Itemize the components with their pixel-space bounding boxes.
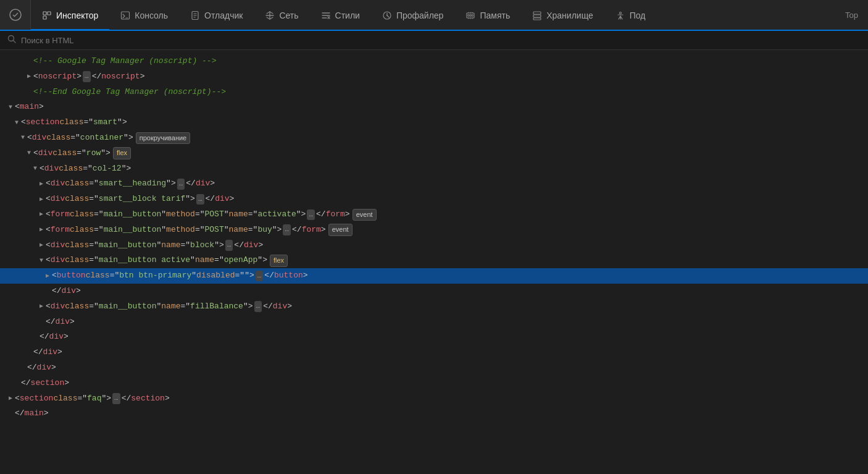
svg-point-7 bbox=[386, 15, 388, 16]
svg-rect-2 bbox=[43, 16, 46, 19]
devtools-toolbar: Инспектор Консоль Отладчик Сеть bbox=[0, 0, 868, 31]
svg-rect-13 bbox=[533, 15, 541, 17]
tab-storage[interactable]: Хранилище bbox=[521, 1, 604, 31]
tree-line[interactable]: <!--End Google Tag Manager (noscript)--> bbox=[0, 85, 868, 100]
tree-line[interactable]: </main> bbox=[0, 406, 868, 421]
tab-network-label: Сеть bbox=[279, 11, 298, 20]
tab-console-label: Консоль bbox=[135, 11, 168, 20]
tab-styles[interactable]: Стили bbox=[310, 1, 371, 31]
triangle-icon[interactable] bbox=[37, 302, 46, 311]
tree-line[interactable]: <div class="smart__heading" > … </div> bbox=[0, 176, 868, 192]
triangle-icon[interactable] bbox=[37, 209, 46, 219]
search-input[interactable] bbox=[21, 36, 206, 45]
tab-profiler[interactable]: Профайлер bbox=[371, 1, 455, 31]
tree-line[interactable]: </div> bbox=[0, 315, 868, 330]
tree-line[interactable]: </section> bbox=[0, 376, 868, 391]
debugger-icon bbox=[190, 11, 200, 20]
tree-line[interactable]: </div> bbox=[0, 360, 868, 376]
tab-storage-label: Хранилище bbox=[546, 11, 593, 20]
triangle-icon[interactable] bbox=[37, 256, 46, 266]
svg-point-15 bbox=[619, 12, 621, 14]
tab-accessibility-label: Под bbox=[630, 11, 646, 20]
triangle-icon[interactable] bbox=[43, 271, 52, 281]
triangle-icon[interactable] bbox=[19, 133, 27, 143]
console-icon bbox=[120, 11, 130, 20]
profiler-icon bbox=[382, 11, 392, 20]
triangle-icon[interactable] bbox=[6, 103, 15, 112]
tree-line[interactable]: <div class="main__button" name="block" >… bbox=[0, 238, 868, 253]
triangle-icon[interactable] bbox=[37, 195, 46, 205]
tree-line[interactable]: </div> bbox=[0, 329, 868, 345]
scroll-badge: прокручивание bbox=[136, 132, 191, 145]
event-badge: event bbox=[353, 209, 377, 221]
tree-line[interactable]: </div> bbox=[0, 284, 868, 299]
svg-rect-14 bbox=[533, 18, 541, 20]
svg-rect-11 bbox=[472, 14, 473, 16]
tree-line[interactable]: <div class="row" > flex bbox=[0, 146, 868, 161]
html-tree: <!-- Google Tag Manager (noscript) --> <… bbox=[0, 50, 868, 471]
tab-memory[interactable]: Память bbox=[454, 1, 521, 31]
tree-line[interactable]: <div class="smart__block tarif" > … </di… bbox=[0, 192, 868, 207]
svg-rect-10 bbox=[470, 14, 471, 16]
styles-icon bbox=[321, 11, 331, 20]
tab-network[interactable]: Сеть bbox=[254, 1, 309, 31]
tab-styles-label: Стили bbox=[335, 11, 360, 20]
tree-line[interactable]: </div> bbox=[0, 345, 868, 360]
flex-badge: flex bbox=[113, 147, 131, 159]
triangle-icon[interactable] bbox=[6, 394, 15, 404]
tree-line-selected[interactable]: <button class="btn btn-primary" disabled… bbox=[0, 268, 868, 284]
accessibility-icon bbox=[616, 11, 625, 20]
tree-line[interactable]: <section class="faq" > … </section> bbox=[0, 391, 868, 407]
flex-badge: flex bbox=[270, 255, 288, 267]
search-bar bbox=[0, 31, 868, 50]
tree-line[interactable]: <form class="main__button" method="POST"… bbox=[0, 222, 868, 238]
memory-icon bbox=[465, 11, 475, 20]
event-badge: event bbox=[328, 224, 353, 236]
tab-debugger[interactable]: Отладчик bbox=[179, 1, 254, 31]
tab-debugger-label: Отладчик bbox=[204, 11, 243, 20]
devtools-logo bbox=[0, 0, 31, 30]
tree-line[interactable]: <section class="smart" > bbox=[0, 115, 868, 130]
network-icon bbox=[265, 11, 275, 20]
search-icon bbox=[7, 35, 16, 46]
tree-line[interactable]: <div class="container" > прокручивание bbox=[0, 130, 868, 146]
tree-line[interactable]: <div class="col-12" > bbox=[0, 161, 868, 177]
tab-memory-label: Память bbox=[480, 11, 510, 20]
tree-line[interactable]: <div class="main__button active" name="o… bbox=[0, 253, 868, 268]
triangle-icon[interactable] bbox=[37, 225, 46, 235]
triangle-icon[interactable] bbox=[31, 164, 40, 174]
tree-line[interactable]: <noscript> … </noscript> bbox=[0, 69, 868, 85]
tree-line[interactable]: <div class="main__button" name="fillBala… bbox=[0, 299, 868, 315]
triangle-icon[interactable] bbox=[37, 240, 46, 250]
triangle-icon[interactable] bbox=[25, 148, 33, 158]
triangle-icon[interactable] bbox=[12, 118, 21, 128]
storage-icon bbox=[532, 11, 542, 20]
svg-rect-3 bbox=[48, 12, 51, 15]
tab-inspector-label: Инспектор bbox=[56, 11, 98, 20]
inspector-icon bbox=[42, 11, 52, 20]
tab-accessibility[interactable]: Под bbox=[604, 1, 657, 31]
triangle-icon[interactable] bbox=[37, 179, 46, 189]
svg-rect-12 bbox=[533, 12, 541, 14]
top-button[interactable]: Top bbox=[835, 0, 868, 30]
tree-line[interactable]: <!-- Google Tag Manager (noscript) --> bbox=[0, 54, 868, 69]
svg-rect-9 bbox=[468, 14, 469, 16]
tree-line[interactable]: <main> bbox=[0, 99, 868, 115]
tab-console[interactable]: Консоль bbox=[109, 1, 179, 31]
tree-line[interactable]: <form class="main__button" method="POST"… bbox=[0, 207, 868, 222]
triangle-icon[interactable] bbox=[25, 72, 33, 82]
svg-rect-1 bbox=[43, 12, 46, 15]
tab-profiler-label: Профайлер bbox=[396, 11, 444, 20]
tab-inspector[interactable]: Инспектор bbox=[31, 1, 109, 31]
